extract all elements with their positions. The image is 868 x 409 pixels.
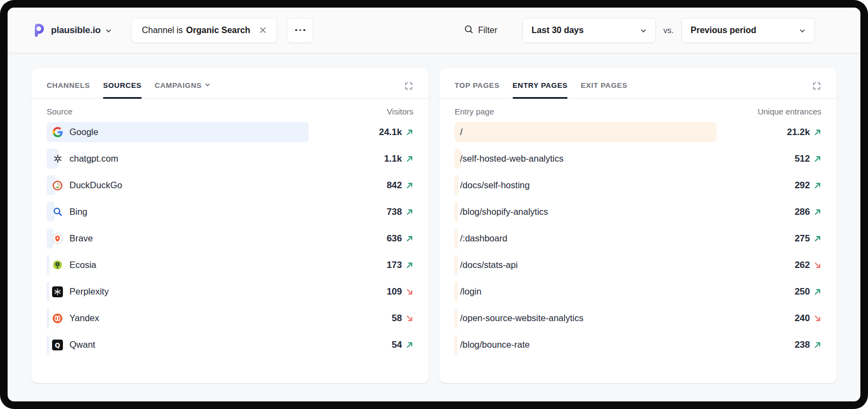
pages-rows: /21.2k/self-hosted-web-analytics512/docs… xyxy=(439,122,837,361)
row-value: 250 xyxy=(795,286,821,297)
trend-up-icon xyxy=(406,155,413,163)
table-row[interactable]: DuckDuckGo842 xyxy=(47,175,413,195)
row-value: 512 xyxy=(795,154,821,164)
tab-channels[interactable]: CHANNELS xyxy=(47,81,90,98)
column-header-entry-page: Entry page xyxy=(455,107,494,116)
row-value: 738 xyxy=(387,207,413,218)
row-label: /:dashboard xyxy=(455,233,507,244)
app: plausible.io Channel is Organic Search F… xyxy=(8,8,860,401)
trend-down-icon xyxy=(406,288,413,296)
column-header-visitors: Visitors xyxy=(387,107,413,116)
duckduckgo-icon xyxy=(52,180,63,191)
row-value: 842 xyxy=(387,180,413,191)
table-row[interactable]: /:dashboard275 xyxy=(455,228,821,248)
row-value: 636 xyxy=(387,233,413,244)
row-value: 262 xyxy=(795,260,821,271)
table-row[interactable]: /blog/shopify-analytics286 xyxy=(455,202,821,222)
trend-up-icon xyxy=(406,182,413,189)
chevron-down-icon xyxy=(205,81,210,90)
topbar-right: Filter Last 30 days vs. Previous period xyxy=(464,18,837,43)
trend-down-icon xyxy=(814,261,821,269)
tab-top-pages[interactable]: TOP PAGES xyxy=(455,81,500,98)
row-value: 109 xyxy=(387,286,413,297)
row-value: 240 xyxy=(795,313,821,324)
table-row[interactable]: /login250 xyxy=(455,282,821,302)
expand-icon[interactable] xyxy=(812,81,821,98)
more-options-button[interactable] xyxy=(287,18,313,43)
bing-icon xyxy=(52,207,63,218)
comparison-value: Previous period xyxy=(691,25,756,35)
row-label: Perplexity xyxy=(47,286,108,297)
tab-exit-pages[interactable]: EXIT PAGES xyxy=(580,81,627,98)
table-row[interactable]: /open-source-website-analytics240 xyxy=(455,308,821,328)
row-label: /login xyxy=(455,286,481,297)
tab-entry-pages[interactable]: ENTRY PAGES xyxy=(513,81,568,98)
trend-down-icon xyxy=(406,315,413,322)
chevron-down-icon xyxy=(799,28,806,34)
row-label: Yandex xyxy=(47,313,99,324)
table-row[interactable]: /docs/stats-api262 xyxy=(455,255,821,275)
site-name: plausible.io xyxy=(51,25,100,36)
yandex-icon xyxy=(52,313,63,324)
expand-icon[interactable] xyxy=(404,81,413,98)
google-icon xyxy=(52,127,63,138)
table-row[interactable]: /docs/self-hosting292 xyxy=(455,175,821,195)
trend-up-icon xyxy=(814,208,821,216)
row-label: /self-hosted-web-analytics xyxy=(455,154,564,164)
trend-up-icon xyxy=(406,261,413,269)
sources-rows: Google24.1kchatgpt.com1.1kDuckDuckGo842B… xyxy=(31,122,429,361)
row-value: 21.2k xyxy=(787,127,821,138)
row-label: DuckDuckGo xyxy=(47,180,122,191)
trend-up-icon xyxy=(814,235,821,242)
svg-text:Q: Q xyxy=(55,341,60,349)
row-label: Brave xyxy=(47,233,93,244)
row-value: 173 xyxy=(387,260,413,271)
table-row[interactable]: Yandex58 xyxy=(47,308,413,328)
row-label: chatgpt.com xyxy=(47,154,118,164)
filter-chip[interactable]: Channel is Organic Search xyxy=(131,18,277,43)
table-row[interactable]: chatgpt.com1.1k xyxy=(47,149,413,169)
trend-up-icon xyxy=(406,235,413,242)
table-row[interactable]: Bing738 xyxy=(47,202,413,222)
row-label: /docs/self-hosting xyxy=(455,180,529,190)
column-header-source: Source xyxy=(47,107,73,116)
perplexity-icon xyxy=(52,286,63,297)
ellipsis-icon xyxy=(295,29,297,31)
qwant-icon: Q xyxy=(52,340,63,350)
tab-sources[interactable]: SOURCES xyxy=(103,81,142,98)
date-range-value: Last 30 days xyxy=(532,25,584,35)
filter-chip-prefix: Channel is xyxy=(142,25,183,35)
pages-card-header: TOP PAGESENTRY PAGESEXIT PAGES xyxy=(439,68,837,99)
table-row[interactable]: /self-hosted-web-analytics512 xyxy=(455,149,821,169)
filter-button[interactable]: Filter xyxy=(464,24,497,36)
openai-icon xyxy=(52,154,63,164)
table-row[interactable]: /blog/bounce-rate238 xyxy=(455,335,821,355)
tab-campaigns[interactable]: CAMPAIGNS xyxy=(155,81,210,98)
row-label: /docs/stats-api xyxy=(455,260,518,270)
topbar: plausible.io Channel is Organic Search F… xyxy=(8,8,860,53)
chevron-down-icon xyxy=(105,28,112,34)
table-row[interactable]: Perplexity109 xyxy=(47,282,413,302)
search-icon xyxy=(464,24,474,36)
site-switcher[interactable]: plausible.io xyxy=(31,21,112,40)
sources-column-headers: Source Visitors xyxy=(31,99,429,122)
pages-column-headers: Entry page Unique entrances xyxy=(439,99,837,122)
table-row[interactable]: QQwant54 xyxy=(47,335,413,355)
trend-up-icon xyxy=(814,182,821,189)
filter-label: Filter xyxy=(478,25,497,35)
table-row[interactable]: /21.2k xyxy=(455,122,821,142)
trend-up-icon xyxy=(406,341,413,349)
ecosia-icon xyxy=(52,260,63,271)
dashboard-content: CHANNELSSOURCESCAMPAIGNS Source Visitors… xyxy=(8,53,860,383)
table-row[interactable]: Google24.1k xyxy=(47,122,413,142)
row-value: 1.1k xyxy=(384,154,413,164)
table-row[interactable]: Ecosia173 xyxy=(47,255,413,275)
comparison-select[interactable]: Previous period xyxy=(681,18,815,43)
brave-icon xyxy=(52,233,63,244)
close-icon[interactable] xyxy=(259,26,267,34)
plausible-logo-icon xyxy=(31,21,46,40)
date-range-select[interactable]: Last 30 days xyxy=(522,18,656,43)
trend-up-icon xyxy=(814,288,821,296)
table-row[interactable]: Brave636 xyxy=(47,228,413,248)
trend-up-icon xyxy=(814,129,821,136)
